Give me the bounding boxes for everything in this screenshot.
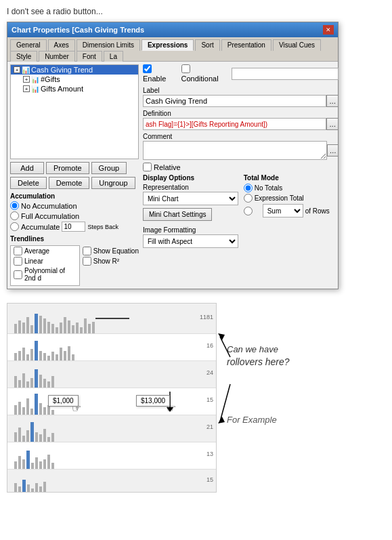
polynomial-checkbox[interactable] bbox=[14, 270, 22, 279]
svg-rect-58 bbox=[14, 432, 17, 442]
enable-label: Enable bbox=[143, 64, 175, 83]
svg-rect-70 bbox=[22, 459, 25, 470]
tab-expressions[interactable]: Expressions bbox=[141, 39, 194, 51]
linear-checkbox[interactable] bbox=[14, 257, 22, 266]
svg-rect-75 bbox=[43, 459, 46, 470]
expression-total-label: Expression Total bbox=[255, 194, 304, 202]
definition-btn[interactable]: … bbox=[326, 118, 339, 130]
conditional-checkbox[interactable] bbox=[181, 64, 190, 73]
tab-presentation[interactable]: Presentation bbox=[221, 39, 271, 51]
image-formatting-select[interactable]: Fill with Aspect bbox=[143, 234, 238, 248]
relative-checkbox[interactable] bbox=[143, 163, 152, 171]
add-button[interactable]: Add bbox=[10, 162, 44, 174]
chart-icon-3: 📊 bbox=[31, 85, 39, 93]
no-totals-row: No Totals bbox=[244, 184, 339, 192]
svg-rect-35 bbox=[72, 354, 74, 361]
tab-visual-cues[interactable]: Visual Cues bbox=[273, 39, 321, 51]
full-accumulation-row: Full Accumulation bbox=[10, 211, 139, 220]
conditional-input[interactable] bbox=[232, 68, 339, 80]
row-number-3: 24 bbox=[206, 369, 213, 376]
no-accumulation-label: No Accumulation bbox=[21, 202, 77, 210]
svg-rect-39 bbox=[26, 381, 29, 388]
tab-number[interactable]: Number bbox=[39, 51, 75, 62]
svg-rect-7 bbox=[43, 318, 46, 334]
dialog-title: Chart Properties [Cash Giving Trends bbox=[12, 26, 144, 34]
svg-rect-21 bbox=[14, 353, 17, 361]
no-accumulation-radio[interactable] bbox=[10, 201, 19, 210]
no-totals-radio[interactable] bbox=[244, 184, 253, 192]
tab-dimension-limits[interactable]: Dimension Limits bbox=[77, 39, 140, 51]
tree-expand-icon-3[interactable]: + bbox=[23, 85, 30, 92]
label-btn[interactable]: … bbox=[326, 95, 339, 107]
comment-textarea[interactable] bbox=[143, 141, 327, 160]
comment-btn[interactable]: … bbox=[327, 144, 339, 157]
steps-input[interactable]: 10 bbox=[62, 222, 85, 232]
svg-rect-52 bbox=[39, 403, 42, 415]
tab-font[interactable]: Font bbox=[77, 51, 102, 62]
definition-input[interactable] bbox=[143, 118, 326, 130]
expression-tree[interactable]: + 📊 Cash Giving Trend + 📊 #Gifts + 📊 Gif… bbox=[10, 64, 139, 159]
expression-total-radio[interactable] bbox=[244, 194, 253, 203]
svg-rect-59 bbox=[18, 428, 21, 442]
svg-rect-49 bbox=[26, 398, 29, 415]
svg-rect-53 bbox=[43, 407, 46, 415]
svg-rect-9 bbox=[51, 324, 54, 334]
svg-rect-48 bbox=[22, 407, 25, 415]
svg-rect-85 bbox=[43, 482, 46, 493]
tab-sort[interactable]: Sort bbox=[195, 39, 219, 51]
trendline-linear: Linear bbox=[11, 256, 79, 266]
demote-button[interactable]: Demote bbox=[49, 177, 90, 189]
mini-chart-settings-button[interactable]: Mini Chart Settings bbox=[143, 208, 212, 221]
promote-button[interactable]: Promote bbox=[46, 162, 89, 174]
group-button[interactable]: Group bbox=[91, 162, 127, 174]
svg-rect-81 bbox=[27, 484, 30, 493]
show-r2-checkbox[interactable] bbox=[83, 257, 91, 266]
representation-select[interactable]: Mini Chart bbox=[143, 192, 238, 205]
tab-general[interactable]: General bbox=[10, 39, 47, 51]
tab-style[interactable]: Style bbox=[10, 51, 37, 62]
tab-la[interactable]: La bbox=[104, 51, 123, 62]
accumulation-label: Accumulation bbox=[10, 192, 139, 200]
enable-checkbox[interactable] bbox=[143, 64, 152, 73]
definition-input-row: … bbox=[143, 118, 339, 130]
delete-button[interactable]: Delete bbox=[10, 177, 47, 189]
display-total-row: Display Options Representation Mini Char… bbox=[143, 174, 339, 248]
svg-rect-10 bbox=[56, 327, 58, 334]
show-equation-checkbox[interactable] bbox=[83, 247, 91, 255]
right-panel: Enable Conditional Label … Definition bbox=[143, 64, 339, 286]
tooltip-right: $13,000 bbox=[136, 395, 170, 407]
left-panel: + 📊 Cash Giving Trend + 📊 #Gifts + 📊 Gif… bbox=[10, 64, 139, 286]
show-options: Show Equation Show R² bbox=[83, 247, 139, 286]
sum-select[interactable]: Sum bbox=[263, 204, 303, 217]
dialog-close-button[interactable]: ✕ bbox=[323, 25, 334, 35]
svg-rect-71 bbox=[26, 451, 30, 470]
label-input[interactable] bbox=[143, 95, 326, 107]
tree-item-label-2: #Gifts bbox=[41, 75, 60, 83]
svg-rect-69 bbox=[18, 456, 21, 470]
accumulate-radio[interactable] bbox=[10, 222, 19, 231]
tab-axes[interactable]: Axes bbox=[48, 39, 75, 51]
svg-rect-42 bbox=[39, 375, 42, 388]
svg-rect-26 bbox=[35, 341, 38, 361]
tree-item-gifts[interactable]: + 📊 #Gifts bbox=[11, 75, 138, 84]
average-checkbox[interactable] bbox=[14, 247, 22, 255]
representation-label: Representation bbox=[143, 184, 238, 191]
conditional-label: Conditional bbox=[181, 64, 225, 83]
tree-item-cash-giving-trend[interactable]: + 📊 Cash Giving Trend bbox=[11, 65, 138, 75]
sum-radio[interactable] bbox=[244, 207, 253, 215]
svg-rect-83 bbox=[35, 483, 38, 493]
svg-rect-76 bbox=[47, 455, 50, 470]
ungroup-button[interactable]: Ungroup bbox=[91, 177, 135, 189]
svg-rect-8 bbox=[47, 322, 50, 334]
svg-rect-16 bbox=[80, 327, 83, 334]
tree-expand-icon-2[interactable]: + bbox=[23, 76, 30, 83]
relative-row: Relative bbox=[143, 163, 339, 171]
tree-item-gifts-amount[interactable]: + 📊 Gifts Amount bbox=[11, 84, 138, 94]
svg-rect-38 bbox=[22, 373, 25, 388]
label-field-row: Label … bbox=[143, 87, 339, 107]
svg-rect-45 bbox=[51, 376, 54, 388]
full-accumulation-radio[interactable] bbox=[10, 211, 19, 220]
svg-rect-62 bbox=[30, 422, 34, 442]
tree-expand-icon[interactable]: + bbox=[14, 66, 20, 73]
svg-rect-5 bbox=[35, 314, 38, 334]
